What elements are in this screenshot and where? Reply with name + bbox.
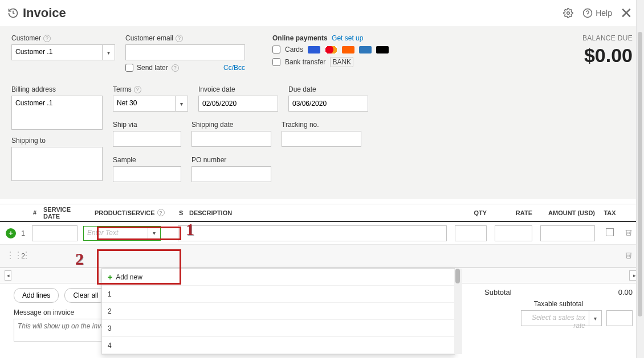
col-amount: AMOUNT (USD) [536,209,598,216]
rate-input[interactable] [495,225,532,241]
billing-address-label: Billing address [11,85,56,93]
service-date-input[interactable] [32,225,78,241]
scroll-left-icon[interactable]: ◂ [5,270,11,281]
description-input[interactable] [178,225,447,241]
help-icon[interactable]: ? [176,35,183,42]
dropdown-option[interactable]: 2 [102,303,454,320]
help-icon[interactable]: ? [134,86,141,93]
amex-icon [359,46,372,54]
tracking-no-input[interactable] [282,131,361,147]
help-button[interactable]: Help [582,8,612,18]
message-on-invoice-label: Message on invoice [14,308,74,316]
svg-point-1 [584,9,592,18]
discover-icon [342,46,354,54]
chevron-down-icon: ▾ [148,227,160,240]
ship-via-label: Ship via [113,121,137,129]
bank-transfer-checkbox[interactable] [272,58,280,66]
page-scrollbar[interactable] [636,0,644,358]
col-description: DESCRIPTION [186,209,450,216]
col-s: S [176,209,186,216]
terms-select[interactable]: Net 30▾ [113,96,188,112]
amount-input[interactable] [540,225,595,241]
col-rate: RATE [490,209,536,216]
ship-via-input[interactable] [113,131,181,147]
balance-due-amount: $0.00 [582,44,633,67]
shipping-date-label: Shipping date [191,121,233,129]
balance-due-block: BALANCE DUE $0.00 [582,34,633,67]
sales-tax-rate-select[interactable]: Select a sales tax rate▾ [521,310,602,326]
trash-icon[interactable] [621,228,636,238]
shipping-date-input[interactable] [191,131,271,147]
send-later-label: Send later [137,64,168,72]
help-icon[interactable]: ? [172,64,179,72]
product-service-combo[interactable]: Enter Text ▾ [83,226,161,241]
visa-icon [308,46,320,54]
customer-label: Customer [11,34,41,42]
chevron-down-icon: ▾ [176,96,188,112]
col-service-date: SERVICE DATE [40,206,91,220]
table-row: + 1 Enter Text ▾ [0,222,644,245]
col-product: PRODUCT/SERVICE? [91,209,176,216]
bank-badge: BANK [330,57,353,67]
help-icon[interactable]: ? [43,35,51,42]
dropdown-option[interactable]: 1 [102,286,454,303]
mastercard-icon [325,46,337,54]
product-service-dropdown: +Add new 1 2 3 4 [101,268,455,355]
chevron-down-icon: ▾ [589,310,602,326]
dropdown-option[interactable]: 4 [102,337,454,354]
col-tax: TAX [598,209,621,216]
due-date-label: Due date [288,85,316,93]
invoice-date-input[interactable] [198,96,278,112]
history-icon [7,7,19,19]
row-num: 2 [14,252,28,260]
billing-address-input[interactable]: Customer .1 [11,96,103,130]
qty-input[interactable] [455,225,487,241]
sample-label: Sample [113,156,136,164]
trash-icon[interactable] [621,251,636,261]
chevron-down-icon: ▾ [103,44,115,60]
online-payments-label: Online payments [272,34,328,42]
subtotal-value: 0.00 [618,288,633,297]
table-row: ⋮⋮⋮ 2 [0,245,644,268]
terms-label: Terms [113,85,132,93]
plus-icon: + [108,273,112,282]
taxable-subtotal-label: Taxable subtotal [534,300,584,308]
clear-all-button[interactable]: Clear all [64,288,107,303]
help-icon[interactable]: ? [157,209,165,216]
subtotal-label: Subtotal [484,288,512,297]
balance-due-label: BALANCE DUE [582,34,633,42]
customer-email-input[interactable] [125,44,245,60]
shipping-to-input[interactable] [11,147,103,181]
gear-icon[interactable] [562,7,574,19]
tracking-no-label: Tracking no. [282,121,319,129]
due-date-input[interactable] [288,96,368,112]
tax-checkbox[interactable] [606,228,614,236]
tax-amount-box[interactable] [606,310,633,326]
page-title: Invoice [23,6,66,20]
po-number-input[interactable] [191,166,271,182]
close-icon[interactable]: ✕ [620,6,633,20]
dropdown-option[interactable]: 3 [102,320,454,337]
row-num: 1 [14,229,28,237]
col-num: # [25,209,40,216]
customer-email-label: Customer email [125,34,173,42]
col-qty: QTY [450,209,490,216]
cards-checkbox[interactable] [272,46,280,54]
add-new-option[interactable]: +Add new [102,269,454,286]
cc-bcc-link[interactable]: Cc/Bcc [223,64,245,72]
customer-select[interactable]: Customer .1 ▾ [11,44,115,60]
cards-label: Cards [285,46,303,54]
dropdown-scrollbar[interactable] [454,269,462,354]
add-lines-button[interactable]: Add lines [14,288,59,303]
svg-point-0 [567,12,570,15]
bank-transfer-label: Bank transfer [285,58,325,66]
send-later-checkbox[interactable] [125,64,133,72]
apple-pay-icon [376,46,389,54]
invoice-date-label: Invoice date [198,85,235,93]
shipping-to-label: Shipping to [11,137,46,145]
sample-input[interactable] [113,166,181,182]
po-number-label: PO number [191,156,226,164]
get-set-up-link[interactable]: Get set up [332,34,363,42]
